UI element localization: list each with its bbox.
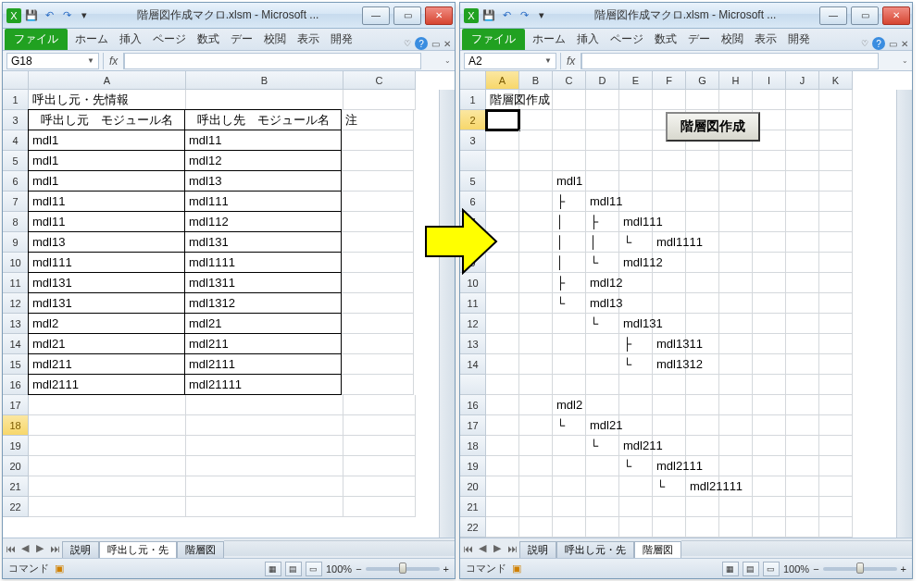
row-header[interactable]: 21	[3, 476, 29, 497]
col-header[interactable]: D	[586, 71, 619, 90]
cell[interactable]	[786, 212, 819, 232]
cell[interactable]	[819, 192, 853, 212]
row-header[interactable]: 11	[3, 273, 29, 293]
cell[interactable]	[553, 354, 586, 375]
cell[interactable]	[586, 130, 619, 151]
cell[interactable]	[719, 314, 753, 334]
cell[interactable]	[686, 517, 719, 538]
cell[interactable]: 注	[342, 110, 414, 130]
cell[interactable]	[343, 90, 416, 110]
cell[interactable]: mdl13	[586, 293, 619, 314]
cell[interactable]	[753, 395, 786, 415]
cell[interactable]: 呼出し元 モジュール名	[28, 109, 185, 130]
fx-label[interactable]: fx	[103, 53, 124, 69]
cell[interactable]	[486, 415, 519, 436]
cell[interactable]	[719, 395, 753, 415]
row-header[interactable]: 22	[3, 497, 29, 517]
cell[interactable]	[486, 395, 519, 415]
col-header[interactable]: G	[686, 71, 719, 90]
cell[interactable]: └	[586, 314, 619, 334]
minimize-button[interactable]: —	[362, 6, 390, 25]
cell[interactable]	[586, 354, 619, 375]
cell[interactable]: mdl111	[619, 212, 653, 232]
cell[interactable]	[619, 476, 653, 497]
cell[interactable]	[753, 415, 786, 436]
cell[interactable]: mdl1	[28, 130, 185, 151]
cell[interactable]: mdl1312	[653, 354, 686, 375]
cell[interactable]	[619, 273, 653, 293]
cell[interactable]	[819, 354, 853, 375]
cell[interactable]	[342, 232, 414, 253]
cell[interactable]: │	[586, 232, 619, 253]
cell[interactable]	[819, 273, 853, 293]
cell[interactable]	[553, 151, 586, 171]
cell[interactable]	[653, 273, 686, 293]
cell[interactable]	[519, 314, 553, 334]
row-header[interactable]: 19	[3, 436, 29, 456]
cell[interactable]	[186, 456, 343, 476]
cell[interactable]	[786, 354, 819, 375]
cell[interactable]	[553, 476, 586, 497]
formula-input[interactable]	[581, 53, 879, 69]
cell[interactable]	[719, 456, 753, 476]
cell[interactable]	[29, 456, 186, 476]
cell[interactable]	[519, 212, 553, 232]
cell[interactable]	[586, 456, 619, 476]
cell[interactable]	[29, 395, 186, 415]
cell[interactable]: 呼出し先 モジュール名	[184, 109, 342, 130]
cell[interactable]	[619, 192, 653, 212]
cell[interactable]	[719, 517, 753, 538]
cell[interactable]	[719, 212, 753, 232]
maximize-button[interactable]: ▭	[393, 6, 421, 25]
row-header[interactable]: 11	[460, 293, 486, 314]
cell[interactable]	[186, 395, 343, 415]
tab-data[interactable]: デー	[225, 29, 258, 50]
row-header[interactable]: 1	[3, 90, 29, 110]
row-header[interactable]: 21	[460, 497, 486, 517]
cell[interactable]	[653, 293, 686, 314]
horizontal-scrollbar[interactable]	[224, 540, 455, 556]
cell[interactable]	[586, 171, 619, 192]
cell[interactable]	[519, 395, 553, 415]
cell[interactable]	[753, 334, 786, 354]
row-header[interactable]: 7	[3, 192, 29, 212]
cell[interactable]: mdl11	[28, 191, 185, 212]
row-header[interactable]: 13	[3, 314, 29, 334]
cell[interactable]	[686, 375, 719, 395]
cell[interactable]: 階層図作成	[486, 90, 519, 110]
cell[interactable]	[686, 314, 719, 334]
cell[interactable]	[619, 130, 653, 151]
tab-home[interactable]: ホーム	[527, 29, 571, 50]
cell[interactable]: mdl211	[619, 436, 653, 456]
cell[interactable]: mdl1311	[184, 272, 342, 293]
cell[interactable]	[686, 273, 719, 293]
cell[interactable]: mdl112	[184, 211, 342, 232]
cell[interactable]	[586, 476, 619, 497]
cell[interactable]	[586, 151, 619, 171]
cell[interactable]	[786, 497, 819, 517]
cell[interactable]	[786, 517, 819, 538]
cell[interactable]	[29, 497, 186, 517]
formula-input[interactable]	[124, 53, 421, 69]
formula-expand-icon[interactable]: ⌄	[440, 56, 455, 65]
row-header[interactable]: 10	[3, 253, 29, 273]
cell[interactable]	[719, 497, 753, 517]
row-header[interactable]: 4	[3, 130, 29, 151]
cell[interactable]	[342, 334, 414, 354]
col-header[interactable]: C	[553, 71, 586, 90]
cell[interactable]	[519, 334, 553, 354]
cell[interactable]	[719, 90, 753, 110]
cell[interactable]	[786, 476, 819, 497]
worksheet-grid[interactable]: A B C 1345678910111213141516171819202122…	[3, 71, 455, 538]
cell[interactable]	[786, 293, 819, 314]
row-header[interactable]: 14	[3, 334, 29, 354]
titlebar[interactable]: X 💾 ↶ ↷ ▾ 階層図作成マクロ.xlsm - Microsoft ... …	[460, 3, 912, 29]
minimize-button[interactable]: —	[819, 6, 847, 25]
tab-insert[interactable]: 挿入	[114, 29, 147, 50]
cell[interactable]: mdl1	[28, 150, 185, 171]
cell[interactable]	[786, 436, 819, 456]
cell[interactable]	[653, 151, 686, 171]
cell[interactable]: mdl12	[586, 273, 619, 293]
cell[interactable]	[553, 334, 586, 354]
cell[interactable]	[619, 293, 653, 314]
